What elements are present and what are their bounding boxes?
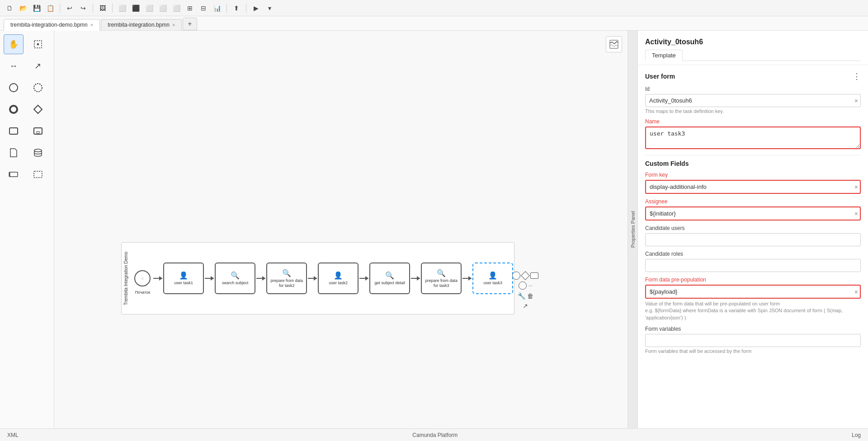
left-toolbar: ✋ ↔ ↗ xyxy=(0,31,54,428)
candidate-users-input[interactable] xyxy=(645,233,861,246)
name-input[interactable] xyxy=(645,127,861,149)
database-tool[interactable] xyxy=(28,143,48,163)
right-panel-header: Activity_0tosuh6 Template xyxy=(638,31,868,65)
image-btn[interactable]: 🖼 xyxy=(97,2,108,14)
task1-icon: 👤 xyxy=(179,271,188,280)
task-search-subject[interactable]: 🔍 search subject xyxy=(215,263,255,294)
arrow-tool[interactable]: ↗ xyxy=(28,56,48,76)
task-prepare-task2[interactable]: 🔍 prepare from data for task2 xyxy=(266,263,307,294)
right-panel-tabs: Template xyxy=(645,50,861,61)
template-tab[interactable]: Template xyxy=(645,50,683,61)
task4-icon: 👤 xyxy=(334,271,343,280)
circle-tool[interactable] xyxy=(4,78,24,98)
form-variables-input[interactable] xyxy=(645,334,861,347)
name-field-group: Name xyxy=(645,118,861,150)
bpmn-diagram: Trembita Integration Demo ○ Початок xyxy=(121,242,514,314)
chart-btn[interactable]: 📊 xyxy=(211,2,223,14)
form-key-label: Form key xyxy=(645,172,861,178)
activity-title: Activity_0tosuh6 xyxy=(645,38,861,46)
separator3 xyxy=(112,4,113,13)
mini-arrow-btn[interactable]: ↗ xyxy=(523,302,528,310)
task3-icon: 🔍 xyxy=(282,269,291,277)
hand-tool[interactable]: ✋ xyxy=(4,34,24,54)
arrow-6 xyxy=(411,278,420,279)
form-data-input[interactable] xyxy=(645,285,861,299)
task-user-task2[interactable]: 👤 user task2 xyxy=(318,263,359,294)
id-input-wrap: × xyxy=(645,94,861,107)
diamond-tool[interactable] xyxy=(28,99,48,119)
form-data-input-wrap: × xyxy=(645,285,861,299)
mini-wrench-btn[interactable]: 🔧 xyxy=(518,292,525,300)
task-prepare-task3[interactable]: 🔍 prepare from data for task3 xyxy=(421,263,462,294)
collapsed-pool-tool[interactable] xyxy=(4,164,24,184)
task-get-subject[interactable]: 🔍 get subject detail xyxy=(369,263,410,294)
rect-tool[interactable] xyxy=(4,121,24,141)
thick-circle-tool[interactable] xyxy=(4,99,24,119)
svg-point-3 xyxy=(34,84,42,92)
start-event[interactable]: ○ Початок xyxy=(134,270,151,286)
right-panel: Activity_0tosuh6 Template User form ⋮ Id… xyxy=(637,31,868,428)
main-area: ✋ ↔ ↗ xyxy=(0,31,868,428)
tab-integration[interactable]: trembita-integration.bpmn × xyxy=(101,19,182,30)
resize-tool[interactable]: ↔ xyxy=(4,56,24,76)
subprocess-tool[interactable] xyxy=(28,121,48,141)
tab-demo-close[interactable]: × xyxy=(90,22,93,28)
mini-circle2-shape xyxy=(519,281,527,290)
task-user-task3[interactable]: 👤 user task3 xyxy=(472,263,513,294)
minimap-btn[interactable] xyxy=(606,36,622,52)
form-key-input[interactable] xyxy=(645,180,861,194)
task1-label: user task1 xyxy=(175,281,193,286)
id-input[interactable] xyxy=(645,94,861,107)
undo-btn[interactable]: ↩ xyxy=(64,2,75,14)
task3-label: prepare from data for task2 xyxy=(269,278,304,288)
mini-palette: ··· 🔧 🗑 ↗ xyxy=(512,272,538,310)
tab-demo[interactable]: trembita-integration-demo.bpmn × xyxy=(4,19,100,31)
document-tool[interactable] xyxy=(4,143,24,163)
candidate-roles-input[interactable] xyxy=(645,259,861,272)
svg-rect-12 xyxy=(34,171,42,178)
tab-integration-close[interactable]: × xyxy=(172,22,175,28)
open-btn[interactable]: 📂 xyxy=(17,2,29,14)
save-as-btn[interactable]: 📋 xyxy=(44,2,56,14)
status-xml[interactable]: XML xyxy=(7,432,19,438)
add-tab-btn[interactable]: + xyxy=(183,18,197,30)
mini-delete-btn[interactable]: 🗑 xyxy=(527,292,533,300)
redo-btn[interactable]: ↪ xyxy=(77,2,89,14)
more-options-btn[interactable]: ⋮ xyxy=(853,71,861,81)
form-data-clear-btn[interactable]: × xyxy=(854,288,858,296)
id-label: Id xyxy=(645,86,861,92)
align-center-btn[interactable]: ⬛ xyxy=(130,2,142,14)
arrow-2 xyxy=(205,278,214,279)
status-bar: XML Camunda Platform Log xyxy=(0,428,868,441)
tab-integration-label: trembita-integration.bpmn xyxy=(108,22,170,28)
task-user-task1[interactable]: 👤 user task1 xyxy=(163,263,204,294)
align-left-btn[interactable]: ⬜ xyxy=(116,2,128,14)
save-btn[interactable]: 💾 xyxy=(31,2,42,14)
id-hint: This maps to the task definition key. xyxy=(645,108,861,114)
form-key-clear-btn[interactable]: × xyxy=(854,183,858,191)
select-tool[interactable] xyxy=(28,34,48,54)
id-clear-btn[interactable]: × xyxy=(854,97,858,104)
dashed-rect-tool[interactable] xyxy=(28,164,48,184)
main-toolbar: 🗋 📂 💾 📋 ↩ ↪ 🖼 ⬜ ⬛ ⬜ ⬜ ⬜ ⊞ ⊟ 📊 ⬆ ▶ ▾ xyxy=(0,0,868,16)
new-btn[interactable]: 🗋 xyxy=(4,2,15,14)
status-log[interactable]: Log xyxy=(852,432,861,438)
upload-btn[interactable]: ⬆ xyxy=(231,2,242,14)
svg-rect-1 xyxy=(37,43,39,45)
distribute-h-btn[interactable]: ⬜ xyxy=(157,2,169,14)
dashed-circle-tool[interactable] xyxy=(28,78,48,98)
canvas-area[interactable]: Trembita Integration Demo ○ Початок xyxy=(54,31,627,428)
tabs-row: trembita-integration-demo.bpmn × trembit… xyxy=(0,16,868,31)
collapse-btn[interactable]: ⊟ xyxy=(198,2,209,14)
distribute-v-btn[interactable]: ⬜ xyxy=(170,2,182,14)
assignee-clear-btn[interactable]: × xyxy=(854,210,858,217)
mini-circle-shape xyxy=(512,272,520,280)
arrow-5 xyxy=(359,278,368,279)
tab-demo-label: trembita-integration-demo.bpmn xyxy=(10,22,88,28)
assignee-input[interactable] xyxy=(645,206,861,220)
run-btn[interactable]: ▶ xyxy=(250,2,262,14)
align-right-btn[interactable]: ⬜ xyxy=(143,2,155,14)
svg-rect-10 xyxy=(9,172,18,177)
more-run-btn[interactable]: ▾ xyxy=(264,2,275,14)
expand-btn[interactable]: ⊞ xyxy=(184,2,196,14)
